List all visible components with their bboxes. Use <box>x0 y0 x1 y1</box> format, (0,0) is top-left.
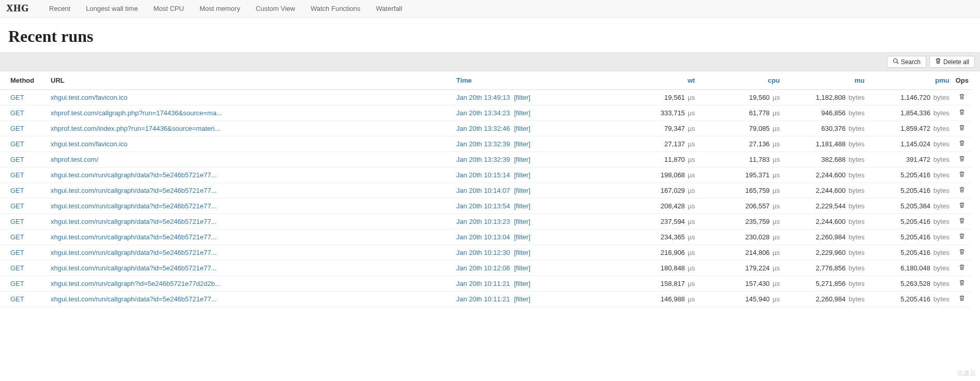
delete-row-button[interactable] <box>953 183 972 199</box>
filter-link[interactable]: [filter] <box>514 264 530 272</box>
url-link[interactable]: xhgui.test.com/run/callgraph/data?id=5e2… <box>51 295 217 303</box>
time-link[interactable]: Jan 20th 13:32:46 <box>456 125 510 132</box>
method-link[interactable]: GET <box>10 125 24 132</box>
filter-link[interactable]: [filter] <box>514 187 530 194</box>
url-link[interactable]: xhgui.test.com/run/callgraph/data?id=5e2… <box>51 249 217 256</box>
time-link[interactable]: Jan 20th 10:11:21 <box>456 295 510 303</box>
method-link[interactable]: GET <box>10 140 24 148</box>
url-link[interactable]: xhgui.test.com/favicon.ico <box>51 94 128 101</box>
nav-item-most-cpu[interactable]: Most CPU <box>146 0 192 17</box>
nav-links: RecentLongest wall timeMost CPUMost memo… <box>41 0 410 17</box>
time-link[interactable]: Jan 20th 13:32:39 <box>456 140 510 148</box>
nav-item-custom-view[interactable]: Custom View <box>248 0 303 17</box>
filter-link[interactable]: [filter] <box>514 125 530 132</box>
col-mu[interactable]: mu <box>783 71 868 90</box>
filter-link[interactable]: [filter] <box>514 280 530 287</box>
method-link[interactable]: GET <box>10 233 24 241</box>
method-link[interactable]: GET <box>10 280 24 287</box>
url-link[interactable]: xhgui.test.com/run/callgraph/data?id=5e2… <box>51 233 217 241</box>
time-link[interactable]: Jan 20th 10:13:04 <box>456 233 510 241</box>
col-time[interactable]: Time <box>453 71 614 90</box>
trash-icon <box>959 94 965 101</box>
delete-row-button[interactable] <box>953 276 972 292</box>
method-link[interactable]: GET <box>10 264 24 272</box>
url-link[interactable]: xhgui.test.com/run/callgraph/data?id=5e2… <box>51 202 217 210</box>
search-button[interactable]: Search <box>887 56 926 68</box>
filter-link[interactable]: [filter] <box>514 109 530 117</box>
wt-cell: 167,029 µs <box>614 183 698 199</box>
filter-link[interactable]: [filter] <box>514 156 530 163</box>
time-link[interactable]: Jan 20th 10:13:54 <box>456 202 510 210</box>
unit-us: µs <box>688 109 695 117</box>
delete-row-button[interactable] <box>953 90 972 105</box>
delete-row-button[interactable] <box>953 245 972 261</box>
nav-item-recent[interactable]: Recent <box>41 0 78 17</box>
delete-row-button[interactable] <box>953 167 972 183</box>
filter-link[interactable]: [filter] <box>514 249 530 256</box>
url-link[interactable]: xhprof.test.com/ <box>51 156 98 163</box>
method-link[interactable]: GET <box>10 295 24 303</box>
filter-link[interactable]: [filter] <box>514 233 530 241</box>
nav-item-longest-wall-time[interactable]: Longest wall time <box>78 0 145 17</box>
time-link[interactable]: Jan 20th 10:13:23 <box>456 218 510 225</box>
filter-link[interactable]: [filter] <box>514 171 530 179</box>
delete-row-button[interactable] <box>953 214 972 230</box>
filter-link[interactable]: [filter] <box>514 218 530 225</box>
url-link[interactable]: xhgui.test.com/favicon.ico <box>51 140 128 148</box>
filter-link[interactable]: [filter] <box>514 94 530 101</box>
filter-link[interactable]: [filter] <box>514 295 530 303</box>
time-link[interactable]: Jan 20th 10:11:21 <box>456 280 510 287</box>
time-link[interactable]: Jan 20th 13:34:23 <box>456 109 510 117</box>
mu-cell: 630,376 bytes <box>783 121 868 136</box>
method-link[interactable]: GET <box>10 187 24 194</box>
unit-us: µs <box>773 109 780 117</box>
time-link[interactable]: Jan 20th 10:12:06 <box>456 264 510 272</box>
url-link[interactable]: xhgui.test.com/run/callgraph/data?id=5e2… <box>51 264 217 272</box>
delete-row-button[interactable] <box>953 152 972 167</box>
method-link[interactable]: GET <box>10 202 24 210</box>
col-wt[interactable]: wt <box>614 71 698 90</box>
nav-item-waterfall[interactable]: Waterfall <box>368 0 410 17</box>
delete-row-button[interactable] <box>953 199 972 214</box>
col-cpu[interactable]: cpu <box>698 71 783 90</box>
filter-link[interactable]: [filter] <box>514 140 530 148</box>
time-link[interactable]: Jan 20th 13:32:39 <box>456 156 510 163</box>
url-link[interactable]: xhprof.test.com/index.php?run=174436&sou… <box>51 125 220 132</box>
time-link[interactable]: Jan 20th 13:49:13 <box>456 94 510 101</box>
filter-link[interactable]: [filter] <box>514 202 530 210</box>
delete-row-button[interactable] <box>953 261 972 276</box>
time-link[interactable]: Jan 20th 10:12:30 <box>456 249 510 256</box>
time-link[interactable]: Jan 20th 10:15:14 <box>456 171 510 179</box>
url-link[interactable]: xhprof.test.com/callgraph.php?run=174436… <box>51 109 222 117</box>
method-link[interactable]: GET <box>10 109 24 117</box>
table-row: GETxhprof.test.com/index.php?run=174436&… <box>0 121 972 136</box>
method-link[interactable]: GET <box>10 156 24 163</box>
delete-row-button[interactable] <box>953 105 972 121</box>
col-pmu[interactable]: pmu <box>868 71 953 90</box>
mu-cell: 382,688 bytes <box>783 152 868 167</box>
url-link[interactable]: xhgui.test.com/run/callgraph/data?id=5e2… <box>51 218 217 225</box>
url-link[interactable]: xhgui.test.com/run/callgraph/data?id=5e2… <box>51 187 217 194</box>
mu-cell: 2,229,960 bytes <box>783 245 868 261</box>
delete-row-button[interactable] <box>953 121 972 136</box>
table-row: GETxhgui.test.com/run/callgraph/data?id=… <box>0 230 972 245</box>
unit-bytes: bytes <box>849 125 865 132</box>
nav-item-most-memory[interactable]: Most memory <box>192 0 248 17</box>
delete-row-button[interactable] <box>953 136 972 152</box>
delete-row-button[interactable] <box>953 292 972 307</box>
brand-logo[interactable]: XHG <box>6 3 29 14</box>
time-link[interactable]: Jan 20th 10:14:07 <box>456 187 510 194</box>
method-link[interactable]: GET <box>10 94 24 101</box>
method-link[interactable]: GET <box>10 218 24 225</box>
wt-cell: 19,561 µs <box>614 90 698 105</box>
url-link[interactable]: xhgui.test.com/run/callgraph?id=5e246b57… <box>51 280 221 287</box>
nav-item-watch-functions[interactable]: Watch Functions <box>303 0 368 17</box>
mu-cell: 2,260,984 bytes <box>783 292 868 307</box>
wt-cell: 27,137 µs <box>614 136 698 152</box>
method-link[interactable]: GET <box>10 249 24 256</box>
unit-bytes: bytes <box>933 187 950 194</box>
delete-row-button[interactable] <box>953 230 972 245</box>
delete-all-button[interactable]: Delete all <box>929 56 975 68</box>
url-link[interactable]: xhgui.test.com/run/callgraph/data?id=5e2… <box>51 171 217 179</box>
method-link[interactable]: GET <box>10 171 24 179</box>
